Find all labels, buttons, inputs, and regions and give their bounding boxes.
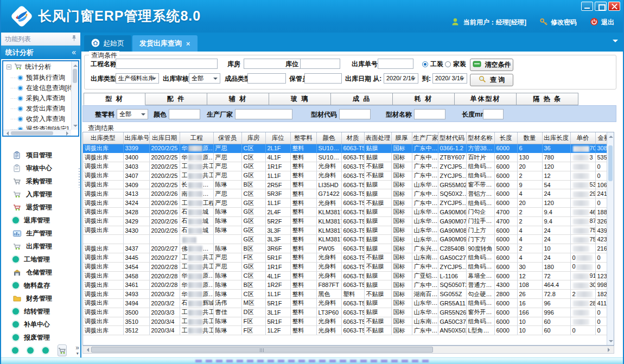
- material-tab[interactable]: 耗 材: [393, 93, 455, 105]
- zl-dropdown[interactable]: 全部: [117, 109, 148, 119]
- name-input[interactable]: [414, 109, 445, 119]
- table-row[interactable]: 调拨出库34932020/3/2华原…陈琳C区1L1F整料黑色塑料不贴膜国标湖南…: [83, 290, 613, 299]
- sidebar-module-item[interactable]: 项目管理: [1, 149, 80, 162]
- table-row[interactable]: 调拨出库34302020/2/26石城陈琳G区3L3F整料KLM38176063…: [83, 226, 613, 235]
- table-row[interactable]: 调拨出库34032020/2/25工共工程严思G区1R1F整料光身料6063-T…: [83, 162, 613, 171]
- material-tab[interactable]: 型 材: [84, 93, 145, 105]
- column-header[interactable]: 型材名称: [466, 132, 494, 144]
- table-row[interactable]: 调拨出库34372020/2/27佛…陈琳B区3R6F整料PW056063-T5…: [83, 244, 613, 253]
- tree-item[interactable]: 采购入库查询: [3, 93, 78, 104]
- column-header[interactable]: 出库类型: [83, 132, 123, 144]
- column-header[interactable]: 单价: [570, 132, 595, 144]
- column-header[interactable]: 长度: [494, 132, 517, 144]
- cart-shortcut-button[interactable]: [58, 344, 67, 356]
- tree-item[interactable]: 收货入库查询: [3, 114, 78, 124]
- sidebar-module-item[interactable]: 出库管理: [1, 240, 80, 253]
- tab-close-icon[interactable]: ×: [186, 40, 190, 48]
- column-header[interactable]: 出库日期: [149, 132, 180, 144]
- sidebar-module-item[interactable]: 财务管理: [1, 292, 80, 305]
- radio-jiazhuang[interactable]: 家装: [445, 60, 466, 69]
- tree-item[interactable]: 发货出库查询: [3, 104, 78, 114]
- table-row[interactable]: 调拨出库35002020/3/3工共工程曹佳D区3L1F整料LT3P606063…: [83, 308, 613, 317]
- column-header[interactable]: 颜色: [316, 132, 341, 144]
- table-row[interactable]: 调拨出库34242020/2/26工工程严思G区1L1F整料光身料6063-T5…: [83, 199, 613, 208]
- tree-item[interactable]: 在途信息查询[待: [3, 83, 78, 93]
- tree-root-stats[interactable]: 统计分析: [3, 61, 78, 73]
- code-input[interactable]: [339, 109, 371, 119]
- column-header[interactable]: 出库单号: [123, 132, 149, 144]
- maximize-button[interactable]: [595, 2, 607, 11]
- table-row[interactable]: 调拨出库34072020/2/25工共工程严思G区1L1F整料光身料6063-T…: [83, 171, 613, 180]
- order-no-input[interactable]: [378, 59, 413, 69]
- factory-input[interactable]: [235, 109, 292, 119]
- stats-section-header[interactable]: 统计分析 «: [1, 46, 80, 59]
- sidebar-module-item[interactable]: 补单中心: [1, 318, 80, 331]
- out-type-dropdown[interactable]: 生产领料出库: [116, 73, 159, 84]
- sidebar-module-item[interactable]: 报废管理: [1, 331, 80, 344]
- tab-home[interactable]: 起始页: [84, 35, 131, 52]
- column-header[interactable]: 库房: [241, 132, 265, 144]
- length-input[interactable]: [483, 109, 504, 119]
- sidebar-module-item[interactable]: 仓储管理: [1, 266, 80, 279]
- table-row[interactable]: 调拨出库34612020/2/28华原…陈琳B区1R2F整料F887FT6063…: [83, 280, 613, 290]
- sidebar-module-item[interactable]: 退货管理: [1, 201, 80, 214]
- expander-icon[interactable]: [7, 65, 11, 69]
- close-button[interactable]: [608, 2, 620, 11]
- logout-button[interactable]: 退出: [590, 17, 614, 28]
- column-header[interactable]: 生产厂家: [412, 132, 438, 144]
- keeper-input[interactable]: [304, 73, 342, 84]
- material-tab[interactable]: 隔 热 条: [517, 93, 578, 105]
- sidebar-module-item[interactable]: 入库管理: [1, 188, 80, 201]
- sidebar-module-item[interactable]: 工地管理: [1, 253, 80, 266]
- column-header[interactable]: 数量: [517, 132, 542, 144]
- column-header[interactable]: 保管员: [213, 132, 241, 144]
- column-header[interactable]: 材质: [341, 132, 364, 144]
- date-to-picker[interactable]: 2020/ 3/16: [432, 73, 467, 84]
- material-tab[interactable]: 玻 璃: [269, 93, 331, 105]
- column-header[interactable]: 库位: [265, 132, 290, 144]
- audit-dropdown[interactable]: 全部: [189, 73, 220, 84]
- minimize-button[interactable]: [581, 2, 593, 11]
- sidebar-module-item[interactable]: 采购管理: [1, 175, 80, 188]
- material-tab[interactable]: 辅 材: [207, 93, 269, 105]
- change-password-button[interactable]: 修改密码: [539, 17, 577, 28]
- table-vertical-scrollbar[interactable]: [607, 132, 614, 345]
- tree-vertical-scrollbar[interactable]: [71, 61, 78, 130]
- sidebar-module-item[interactable]: 审核中心: [1, 162, 80, 175]
- material-tab[interactable]: 配 件: [145, 93, 207, 105]
- product-type-input[interactable]: [247, 73, 286, 84]
- column-header[interactable]: 出库长度: [542, 132, 570, 144]
- table-row[interactable]: 调拨出库34582020/2/28华原…陈琳C区4L1F整料光身料6063-T5…: [83, 271, 613, 280]
- table-horizontal-scrollbar[interactable]: [82, 346, 614, 354]
- table-row[interactable]: 调拨出库34942020/3/2石辉城汤伟M区5R1F整料光身料6063-T5贴…: [83, 299, 613, 308]
- search-button[interactable]: 查 询: [470, 74, 513, 86]
- material-tab[interactable]: 成 品: [331, 93, 393, 105]
- sidebar-module-item[interactable]: 生产管理: [1, 227, 80, 240]
- sidebar-overflow-button[interactable]: »▾: [75, 346, 79, 356]
- pin-icon[interactable]: [72, 33, 77, 46]
- collapse-chevron-icon[interactable]: «: [72, 46, 76, 59]
- table-row[interactable]: 调拨出库35102020/3/4工共工程陈琳F区5R1F整料光身料6063-T5…: [83, 317, 613, 326]
- radio-gongzhuang[interactable]: 工装: [422, 60, 443, 69]
- table-row[interactable]: 调拨出库33992020/2/25华原…严思C区2L1F整料SU10…6063-…: [83, 144, 613, 153]
- table-row[interactable]: 调拨出库34002020/2/25华原…严思C区4L1F整料SU10…6063-…: [83, 153, 613, 162]
- material-tab[interactable]: 单体型材: [455, 93, 517, 105]
- table-row[interactable]: 调拨出库34282020/2/26石城陈琳G区2L4F整料KLM38176063…: [83, 208, 613, 217]
- column-header[interactable]: 工程: [180, 132, 213, 144]
- sidebar-module-item[interactable]: 退库管理: [1, 214, 80, 227]
- project-name-input[interactable]: [116, 59, 218, 69]
- column-header[interactable]: 整零料: [290, 132, 316, 144]
- column-header[interactable]: 表面处理: [364, 132, 391, 144]
- table-row[interactable]: 调拨出库34132020/2/26南…严思C区5R3F整料G714226063-…: [83, 189, 613, 199]
- table-row[interactable]: 调拨出库34092020/2/25长…陈琳B区2R5F整料LI35HD6063-…: [83, 180, 613, 189]
- column-header[interactable]: 型材代码: [438, 132, 466, 144]
- color-input[interactable]: [169, 109, 200, 119]
- date-from-picker[interactable]: 2020/ 2/16: [384, 73, 418, 84]
- tree-item[interactable]: 预算执行查询: [3, 73, 78, 83]
- sidebar-module-item[interactable]: 结转管理: [1, 305, 80, 318]
- sidebar-module-item[interactable]: 物料盘存: [1, 279, 80, 292]
- table-row[interactable]: 调拨出库34452020/2/27工共工程严思F区5R1F整料光身料6063-T…: [83, 253, 613, 263]
- scrollbar-thumb[interactable]: [91, 347, 433, 353]
- table-row[interactable]: G区3L3F整料KLM38176063-T5贴膜国标山东华…GA90M09.门下…: [83, 235, 613, 244]
- tab-shipment-out-query[interactable]: 发货出库查询×: [132, 35, 198, 52]
